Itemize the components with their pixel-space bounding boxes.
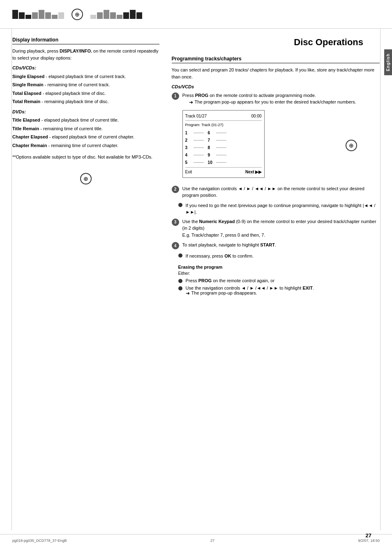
track-label: Track 01/27 — [185, 113, 207, 119]
bullet-dot-3 — [178, 279, 182, 283]
header-area: ⊕ — [0, 0, 392, 29]
track-row-9: 9 — [208, 152, 226, 158]
step4-content: To start playback, navigate to highlight… — [182, 242, 276, 249]
dvd-label: DVDs: — [12, 108, 159, 115]
display-info-title: Display information — [12, 37, 159, 44]
track-row-7: 7 — [208, 137, 226, 143]
step4-bullet-item: If necessary, press OK to confirm. — [178, 253, 380, 260]
erasing-bullet2-text: Use the navigation controls ◄ / ► /◄◄ / … — [186, 286, 314, 299]
step4-number: 4 — [172, 242, 179, 249]
total-remain: Total Remain - remaining playback time o… — [12, 98, 159, 105]
main-content: Display information During playback, pre… — [0, 29, 392, 309]
erasing-either: Either: — [178, 270, 380, 276]
track-popup: Track 01/27 00:00 Program: Track (01-27)… — [182, 110, 265, 178]
track-grid: 1 2 3 — [185, 130, 262, 166]
step1-item: 1 Press PROG on the remote control to ac… — [172, 92, 380, 182]
programming-intro: You can select and program 20 tracks/ ch… — [172, 67, 380, 80]
step1-number: 1 — [172, 92, 179, 100]
cdsvcd-label: CDs/VCDs: — [12, 64, 159, 71]
step3-number: 3 — [172, 219, 179, 226]
left-vert-line — [12, 29, 12, 530]
compass-icon: ⊕ — [71, 9, 83, 20]
erasing-section: Erasing the program Either: Press PROG o… — [178, 265, 380, 299]
erasing-title: Erasing the program — [178, 265, 380, 269]
step3-item: 3 Use the Numeric Keypad (0-9) on the re… — [172, 218, 380, 239]
page-title: Disc Operations — [172, 37, 380, 48]
track-popup-header: Track 01/27 00:00 — [185, 113, 262, 121]
right-vert-line — [380, 29, 380, 530]
footer-left-text: pg018-pg035_DCD778_37-EngB — [12, 539, 67, 543]
single-remain: Single Remain - remaining time of curren… — [12, 81, 159, 88]
title-elapsed: Title Elapsed - elapsed playback time of… — [12, 117, 159, 124]
right-compass: ⊕ — [339, 140, 363, 151]
erasing-arrow: ➜ The program pop-up disappears. — [186, 290, 314, 296]
cdsvcd-prog-label: CDs/VCDs — [172, 83, 380, 90]
step3-content: Use the Numeric Keypad (0-9) on the remo… — [182, 218, 380, 239]
track-row-8: 8 — [208, 145, 226, 151]
erasing-bullet1: Press PROG on the remote control again, … — [178, 278, 380, 283]
bullet-dot-4 — [178, 286, 182, 290]
step1-arrow-text: The program pop-up appears for you to en… — [195, 99, 356, 106]
right-column: English Disc Operations Programming trac… — [172, 37, 380, 301]
erasing-arrow-text: The program pop-up disappears. — [191, 290, 257, 295]
footer-right-text: 9/2/07, 18:50 — [358, 539, 380, 543]
step1-arrow: ➜ The program pop-up appears for you to … — [189, 99, 356, 106]
header-bars-left: ⊕ — [12, 9, 142, 20]
arrow-symbol-2: ➜ — [186, 290, 190, 296]
display-info-intro: During playback, press DISPLAY/INFO. on … — [12, 48, 159, 61]
english-tab: English — [384, 49, 392, 75]
program-label: Program: Track (01-27) — [185, 122, 262, 128]
left-column: Display information During playback, pre… — [12, 37, 159, 301]
next-btn: Next ▶▶ — [245, 169, 262, 175]
single-elapsed: Single Elapsed - elapsed playback time o… — [12, 73, 159, 80]
popup-footer: Exit Next ▶▶ — [185, 167, 262, 175]
programming-section: Programming tracks/chapters You can sele… — [172, 56, 380, 299]
track-row-3: 3 — [185, 145, 204, 151]
title-remain: Title Remain - remaining time of current… — [12, 125, 159, 132]
step2-bullet-text: If you need to go the next /previous pag… — [186, 202, 380, 216]
display-info-section: Display information During playback, pre… — [12, 37, 159, 161]
step2-item: 2 Use the navigation controls ◄ / ► / ◄◄… — [172, 185, 380, 199]
track-row-6: 6 — [208, 130, 226, 136]
track-col-left: 1 2 3 — [185, 130, 204, 166]
step2-content: Use the navigation controls ◄ / ► / ◄◄ /… — [182, 185, 380, 199]
step2-number: 2 — [172, 186, 179, 193]
track-row-5: 5 — [185, 159, 204, 166]
bullet-dot-1 — [178, 203, 182, 207]
step1-content: Press PROG on the remote control to acti… — [182, 92, 356, 182]
track-col-right: 6 7 8 — [208, 130, 226, 166]
step2-bullet-item: If you need to go the next /previous pag… — [178, 202, 380, 216]
step4-bullet-text: If necessary, press OK to confirm. — [186, 253, 254, 260]
bullet-dot-2 — [178, 253, 182, 258]
track-row-4: 4 — [185, 152, 204, 158]
arrow-symbol: ➜ — [189, 99, 193, 106]
erasing-bullet2: Use the navigation controls ◄ / ► /◄◄ / … — [178, 286, 380, 299]
track-row-2: 2 — [185, 137, 204, 143]
left-compass: ⊕ — [12, 173, 159, 184]
footer: pg018-pg035_DCD778_37-EngB 27 9/2/07, 18… — [0, 534, 392, 547]
chapter-elapsed: Chapter Elapsed - elapsed playback time … — [12, 134, 159, 140]
footer-mid-text: 27 — [210, 539, 214, 543]
exit-label: Exit — [185, 169, 192, 175]
track-row-1: 1 — [185, 130, 204, 136]
page-number: 27 — [366, 532, 371, 539]
programming-title: Programming tracks/chapters — [172, 56, 380, 63]
track-row-10: 10 — [208, 159, 226, 166]
total-elapsed: Total Elapsed - elapsed playback time of… — [12, 90, 159, 97]
erasing-bullet1-text: Press PROG on the remote control again, … — [186, 278, 274, 283]
chapter-remain: Chapter Remain - remaining time of curre… — [12, 142, 159, 149]
step4-item: 4 To start playback, navigate to highlig… — [172, 242, 380, 249]
display-note: **Options available subject to type of d… — [12, 154, 159, 161]
time-label: 00:00 — [251, 113, 262, 119]
